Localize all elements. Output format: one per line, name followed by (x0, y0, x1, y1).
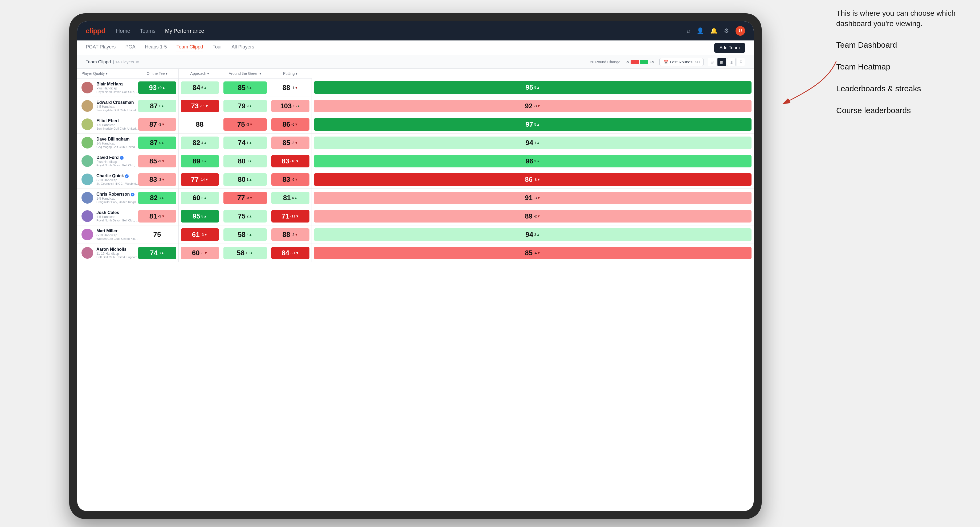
subnav-pga[interactable]: PGA (125, 44, 135, 51)
score-cell: 85 -3▼ (269, 133, 312, 152)
subnav-pgat[interactable]: PGAT Players (86, 44, 116, 51)
table-row[interactable]: Dave Billingham 1-5 Handicap Gog Magog G… (77, 133, 754, 152)
score-value: 87 (150, 102, 158, 110)
score-value: 81 (150, 212, 157, 221)
score-box: 80 3▲ (223, 155, 267, 167)
score-box: 82 3▲ (138, 192, 176, 204)
score-change: 1▲ (534, 141, 540, 145)
score-change: 4▲ (201, 141, 207, 145)
player-details: Matt Miller 6-10 Handicap Woburn Golf Cl… (96, 229, 139, 240)
edit-icon[interactable]: ✏ (136, 60, 140, 64)
player-cell[interactable]: Dave Billingham 1-5 Handicap Gog Magog G… (77, 133, 136, 152)
score-change: 3▲ (534, 233, 540, 237)
score-change: 8▲ (247, 86, 252, 90)
search-icon[interactable]: ⌕ (687, 27, 690, 34)
table-row[interactable]: Matt Miller 6-10 Handicap Woburn Golf Cl… (77, 225, 754, 244)
settings-icon[interactable]: ⚙ (724, 27, 729, 34)
score-cell: 81 4▲ (269, 189, 312, 207)
header-around-green[interactable]: Around the Green ▾ (221, 69, 269, 78)
add-team-button[interactable]: Add Team (714, 43, 745, 53)
table-row[interactable]: Edward Crossman 1-5 Handicap Sunningdale… (77, 97, 754, 115)
player-cell[interactable]: Blair McHarg Plus Handicap Royal North D… (77, 78, 136, 97)
score-box: 91 -3▼ (314, 192, 752, 204)
player-cell[interactable]: Matt Miller 6-10 Handicap Woburn Golf Cl… (77, 225, 136, 244)
player-info: Edward Crossman 1-5 Handicap Sunningdale… (77, 97, 136, 115)
subnav-hcaps[interactable]: Hcaps 1-5 (145, 44, 167, 51)
score-value: 71 (282, 212, 289, 221)
score-value: 88 (283, 84, 290, 92)
score-box: 73 -11▼ (181, 100, 219, 112)
annotation-leaderboards: Leaderboards & streaks (836, 83, 964, 94)
score-change: -6▼ (291, 178, 298, 181)
player-details: Aaron Nicholls 11-15 Handicap Drift Golf… (96, 247, 137, 259)
grid-view-button[interactable]: ⊞ (708, 58, 716, 66)
player-cell[interactable]: Chris Robertson✓ 1-5 Handicap Craigmilla… (77, 189, 136, 207)
export-button[interactable]: ↧ (737, 58, 745, 66)
team-count: | 14 Players (113, 60, 134, 64)
score-change: 2▲ (247, 214, 252, 218)
avatar[interactable]: U (735, 26, 745, 36)
player-cell[interactable]: Edward Crossman 1-5 Handicap Sunningdale… (77, 97, 136, 115)
chart-view-button[interactable]: ◫ (727, 58, 735, 66)
table-row[interactable]: Blair McHarg Plus Handicap Royal North D… (77, 78, 754, 97)
subnav-all-players[interactable]: All Players (232, 44, 254, 51)
score-change: 9▲ (247, 104, 252, 108)
player-avatar (81, 192, 93, 204)
score-cell: 86 -8▼ (312, 170, 754, 189)
score-change: -3▼ (201, 233, 207, 237)
score-change: 3▲ (247, 159, 252, 163)
player-handicap: 1-5 Handicap (96, 215, 139, 219)
table-row[interactable]: Aaron Nicholls 11-15 Handicap Drift Golf… (77, 244, 754, 262)
person-icon[interactable]: 👤 (697, 27, 704, 34)
score-value: 80 (238, 157, 245, 165)
player-handicap: 1-5 Handicap (96, 123, 139, 127)
nav-my-performance[interactable]: My Performance (165, 28, 204, 34)
logo: clippd (86, 27, 105, 35)
score-cell: 75 (136, 225, 178, 244)
header-approach[interactable]: Approach ▾ (178, 69, 221, 78)
score-change: -2▼ (534, 214, 540, 218)
score-change: -3▼ (158, 178, 165, 181)
player-cell[interactable]: Josh Coles 1-5 Handicap Royal North Devo… (77, 207, 136, 225)
table-row[interactable]: Chris Robertson✓ 1-5 Handicap Craigmilla… (77, 189, 754, 207)
player-handicap: 6-10 Handicap (96, 233, 139, 237)
player-handicap: Plus Handicap (96, 160, 139, 163)
header-off-tee[interactable]: Off the Tee ▾ (136, 69, 178, 78)
score-value: 58 (237, 249, 245, 257)
player-details: Dave Billingham 1-5 Handicap Gog Magog G… (96, 137, 139, 149)
player-cell[interactable]: Charlie Quick✓ 6-10 Handicap St. George'… (77, 170, 136, 189)
score-cell: 84 -21▼ (269, 244, 312, 262)
score-cell: 85 -3▼ (136, 152, 178, 170)
player-name: Matt Miller (96, 229, 139, 233)
subnav-tour[interactable]: Tour (213, 44, 222, 51)
subnav-team-clippd[interactable]: Team Clippd (176, 44, 203, 51)
score-cell: 74 8▲ (136, 244, 178, 262)
score-value: 77 (191, 175, 199, 184)
score-cell: 82 4▲ (178, 133, 221, 152)
score-cell: 91 -3▼ (312, 189, 754, 207)
table-row[interactable]: Charlie Quick✓ 6-10 Handicap St. George'… (77, 170, 754, 189)
score-cell: 94 3▲ (312, 225, 754, 244)
player-cell[interactable]: David Ford✓ Plus Handicap Royal North De… (77, 152, 136, 170)
table-row[interactable]: Elliot Ebert 1-5 Handicap Sunningdale Go… (77, 115, 754, 133)
bell-icon[interactable]: 🔔 (710, 27, 718, 34)
verified-badge: ✓ (125, 174, 129, 178)
player-cell[interactable]: Elliot Ebert 1-5 Handicap Sunningdale Go… (77, 115, 136, 133)
score-change: 7▲ (201, 159, 207, 163)
player-cell[interactable]: Aaron Nicholls 11-15 Handicap Drift Golf… (77, 244, 136, 262)
score-box: 88 (181, 118, 219, 131)
last-rounds-button[interactable]: 📅 Last Rounds: 20 (659, 58, 703, 66)
verified-badge: ✓ (120, 156, 124, 160)
nav-home[interactable]: Home (116, 28, 130, 34)
table-row[interactable]: David Ford✓ Plus Handicap Royal North De… (77, 152, 754, 170)
score-change: -11▼ (200, 104, 208, 108)
player-handicap: Plus Handicap (96, 86, 139, 90)
player-info: Charlie Quick✓ 6-10 Handicap St. George'… (77, 170, 136, 189)
score-cell: 87 1▲ (136, 97, 178, 115)
header-player[interactable]: Player Quality ▾ (77, 69, 136, 78)
header-putting[interactable]: Putting ▾ (269, 69, 312, 78)
nav-teams[interactable]: Teams (140, 28, 156, 34)
score-value: 91 (525, 194, 533, 202)
table-row[interactable]: Josh Coles 1-5 Handicap Royal North Devo… (77, 207, 754, 225)
table-view-button[interactable]: ▦ (718, 58, 726, 66)
